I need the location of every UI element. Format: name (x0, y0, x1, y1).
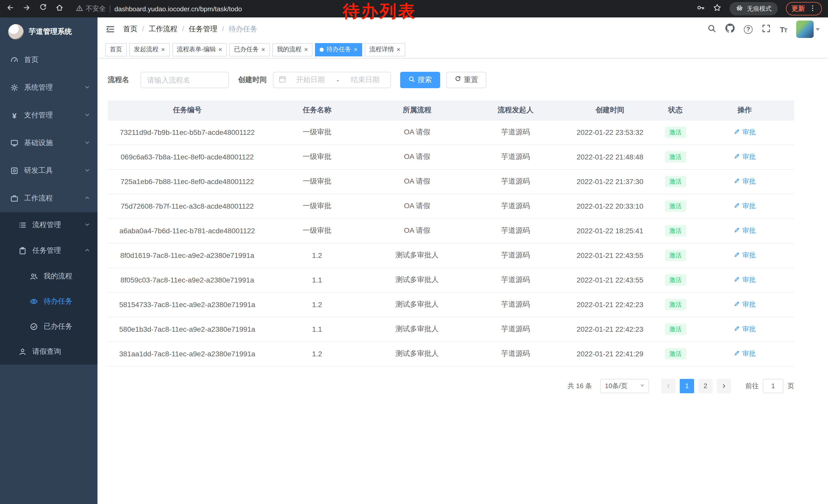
tab-label: 流程详情 (369, 45, 394, 54)
edit-icon (734, 202, 740, 210)
search-icon[interactable] (707, 24, 716, 35)
next-page-button[interactable] (717, 379, 731, 393)
sidebar: 芋道管理系统 首页 系统管理 支付管理 基础设施 (0, 17, 97, 504)
search-button[interactable]: 搜索 (400, 72, 440, 88)
sidebar-item-infra[interactable]: 基础设施 (0, 129, 97, 157)
sidebar-item-label: 待办任务 (44, 296, 72, 306)
bookmark-star-icon[interactable] (713, 4, 721, 14)
approve-link[interactable]: 审批 (734, 349, 756, 358)
tab-home[interactable]: 首页 (105, 43, 127, 56)
reset-button[interactable]: 重置 (446, 72, 486, 88)
approve-link[interactable]: 审批 (734, 325, 756, 334)
sidebar-item-task-mgmt[interactable]: 任务管理 (0, 238, 97, 264)
approve-link[interactable]: 审批 (734, 275, 756, 284)
sidebar-item-label: 流程管理 (32, 221, 61, 230)
close-tab-icon[interactable] (304, 46, 308, 53)
tab-form-edit[interactable]: 流程表单-编辑 (172, 43, 227, 56)
col-process: 所属流程 (367, 100, 467, 120)
breadcrumb-task-mgmt[interactable]: 任务管理 (189, 25, 229, 34)
close-tab-icon[interactable] (218, 46, 222, 53)
cell-task-id: 580e1b3d-7ac8-11ec-a9e2-a2380e71991a (108, 317, 267, 341)
github-icon[interactable] (726, 24, 735, 35)
cell-task-id: 8f0d1619-7ac8-11ec-a9e2-a2380e71991a (108, 243, 267, 268)
page-button-1[interactable]: 1 (680, 379, 694, 393)
tab-todo-tasks[interactable]: 待办任务 (315, 43, 362, 56)
cell-process: OA 请假 (367, 194, 467, 218)
refresh-icon (455, 76, 461, 84)
key-icon[interactable] (697, 4, 705, 14)
table-header-row: 任务编号 任务名称 所属流程 流程发起人 创建时间 状态 操作 (108, 100, 794, 120)
close-tab-icon[interactable] (354, 46, 358, 53)
chevron-down-icon (84, 167, 90, 175)
close-tab-icon[interactable] (161, 46, 165, 53)
edit-icon (734, 177, 740, 186)
filter-bar: 流程名 创建时间 开始日期 - 结束日期 搜索 重 (108, 72, 828, 88)
breadcrumb-home[interactable]: 首页 (123, 25, 149, 34)
help-icon[interactable] (744, 25, 753, 34)
page-size-select[interactable]: 10条/页 (600, 379, 649, 393)
tab-process-detail[interactable]: 流程详情 (365, 43, 405, 56)
prev-page-button[interactable] (661, 379, 676, 393)
logo-avatar (8, 24, 24, 40)
address-bar[interactable]: 不安全 dashboard.yudao.iocoder.cn/bpm/task/… (76, 4, 242, 13)
goto-page-input[interactable] (763, 379, 783, 393)
fullscreen-icon[interactable] (762, 24, 771, 35)
cell-process: OA 请假 (367, 120, 467, 145)
chevron-up-icon (84, 194, 90, 202)
avatar[interactable] (796, 20, 814, 38)
breadcrumb-workflow[interactable]: 工作流程 (149, 25, 189, 34)
approve-link[interactable]: 审批 (734, 177, 756, 186)
reload-icon[interactable] (39, 4, 47, 14)
approve-link[interactable]: 审批 (734, 226, 756, 235)
sidebar-item-system[interactable]: 系统管理 (0, 74, 97, 101)
sidebar-item-devtools[interactable]: 研发工具 (0, 157, 97, 185)
cell-task-id: 381aa1dd-7ac8-11ec-a9e2-a2380e71991a (108, 341, 267, 366)
cell-process: OA 请假 (367, 218, 467, 243)
browser-menu-icon[interactable] (809, 4, 816, 13)
search-icon (408, 76, 415, 84)
approve-link[interactable]: 审批 (734, 128, 756, 137)
page-button-2[interactable]: 2 (698, 379, 713, 393)
close-tab-icon[interactable] (397, 46, 401, 53)
process-name-input[interactable] (140, 72, 229, 88)
dashboard-icon (10, 56, 18, 64)
status-badge: 激活 (665, 299, 686, 310)
sidebar-item-leave-query[interactable]: 请假查询 (0, 339, 97, 365)
sidebar-item-process-mgmt[interactable]: 流程管理 (0, 212, 97, 238)
table-row: 73211d9d-7b9b-11ec-b5b7-acde48001122 一级审… (108, 120, 794, 145)
chevron-down-icon (84, 111, 90, 120)
status-badge: 激活 (665, 151, 686, 163)
cell-initiator: 芋道源码 (467, 341, 564, 366)
app-title: 芋道管理系统 (29, 27, 72, 36)
sidebar-item-home[interactable]: 首页 (0, 46, 97, 74)
approve-link[interactable]: 审批 (734, 201, 756, 211)
calendar-icon (279, 75, 286, 85)
home-icon[interactable] (55, 4, 64, 14)
approve-link[interactable]: 审批 (734, 300, 756, 309)
security-chip[interactable]: 不安全 (76, 4, 106, 13)
cell-initiator: 芋道源码 (467, 145, 564, 169)
tags-view: 首页 发起流程 流程表单-编辑 已办任务 我的流程 (97, 41, 828, 58)
back-icon[interactable] (6, 4, 14, 14)
sidebar-item-workflow[interactable]: 工作流程 (0, 185, 97, 212)
sidebar-item-payment[interactable]: 支付管理 (0, 101, 97, 129)
tab-start-process[interactable]: 发起流程 (129, 43, 170, 56)
approve-link[interactable]: 审批 (734, 251, 756, 260)
sidebar-item-my-process[interactable]: 我的流程 (0, 264, 97, 289)
tab-done-tasks[interactable]: 已办任务 (229, 43, 270, 56)
sidebar-fold-icon[interactable] (106, 25, 115, 34)
approve-label: 审批 (742, 300, 756, 309)
user-menu[interactable] (796, 20, 820, 38)
close-tab-icon[interactable] (261, 46, 265, 53)
approve-link[interactable]: 审批 (734, 152, 756, 162)
sidebar-item-todo-tasks[interactable]: 待办任务 (0, 289, 97, 314)
tab-my-process[interactable]: 我的流程 (273, 43, 313, 56)
cell-task-id: 73211d9d-7b9b-11ec-b5b7-acde48001122 (108, 120, 267, 145)
forward-icon[interactable] (23, 4, 31, 14)
col-initiator: 流程发起人 (467, 100, 564, 120)
font-size-icon[interactable] (780, 25, 787, 34)
approve-label: 审批 (742, 201, 756, 211)
update-button[interactable]: 更新 (786, 2, 822, 15)
sidebar-item-done-tasks[interactable]: 已办任务 (0, 314, 97, 339)
date-range-picker[interactable]: 开始日期 - 结束日期 (273, 72, 391, 88)
